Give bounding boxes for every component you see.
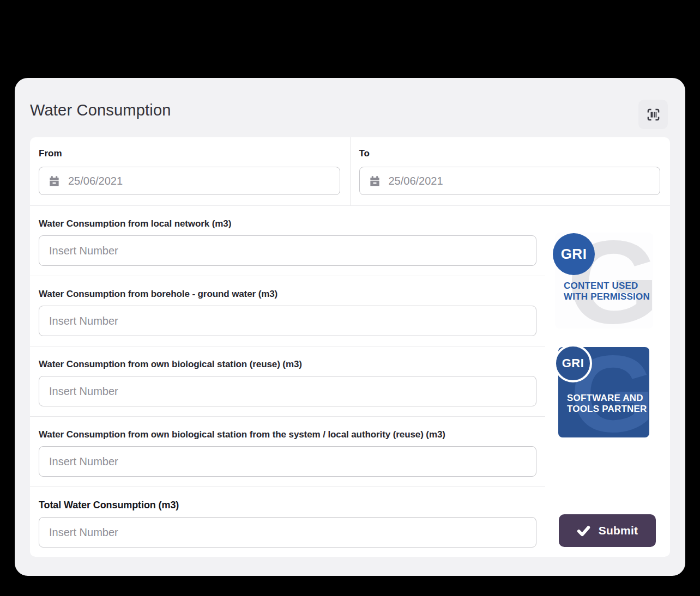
gri-logo: GRI xyxy=(554,344,592,382)
page-title: Water Consumption xyxy=(30,101,171,119)
from-date-section: From xyxy=(30,137,351,205)
scan-button[interactable] xyxy=(638,100,668,129)
to-date-input[interactable] xyxy=(389,175,651,187)
gri-software-partner-badge: G SOFTWARE AND TOOLS PARTNER GRI xyxy=(558,347,649,437)
field-label: Water Consumption from borehole - ground… xyxy=(39,289,536,300)
field-total: Total Water Consumption (m3) xyxy=(30,487,545,557)
submit-label: Submit xyxy=(599,524,638,537)
borehole-input[interactable] xyxy=(39,306,536,336)
date-range-row: From To xyxy=(30,137,670,206)
local-network-input[interactable] xyxy=(39,235,536,266)
calendar-icon xyxy=(369,175,381,187)
field-label: Water Consumption from own biological st… xyxy=(39,429,536,440)
field-label: Water Consumption from local network (m3… xyxy=(39,218,536,229)
total-field-label: Total Water Consumption (m3) xyxy=(39,500,536,511)
check-icon xyxy=(577,524,590,538)
water-consumption-panel: Water Consumption From xyxy=(15,78,685,576)
biological-station-authority-input[interactable] xyxy=(39,446,536,477)
input-fields-column: Water Consumption from local network (m3… xyxy=(30,206,545,556)
field-label: Water Consumption from own biological st… xyxy=(39,359,536,370)
from-date-input[interactable] xyxy=(68,175,331,187)
submit-button[interactable]: Submit xyxy=(559,514,656,547)
field-local-network: Water Consumption from local network (m3… xyxy=(30,206,545,276)
badge-caption-line2: TOOLS PARTNER xyxy=(567,404,647,415)
side-column: G CONTENT USED WITH PERMISSION GRI G SOF… xyxy=(545,206,670,556)
gri-content-permission-badge: G CONTENT USED WITH PERMISSION GRI xyxy=(555,233,653,329)
water-consumption-form: From To xyxy=(30,137,670,557)
badge-caption-line2: WITH PERMISSION xyxy=(564,291,650,302)
from-label: From xyxy=(39,148,340,159)
to-date-field[interactable] xyxy=(359,167,661,195)
gri-logo: GRI xyxy=(553,233,595,275)
badge-caption-line1: CONTENT USED xyxy=(564,281,650,291)
from-date-field[interactable] xyxy=(39,167,340,195)
total-water-input[interactable] xyxy=(39,517,536,548)
field-biological-station-reuse: Water Consumption from own biological st… xyxy=(30,346,545,417)
field-borehole: Water Consumption from borehole - ground… xyxy=(30,276,545,346)
to-label: To xyxy=(359,148,661,159)
field-biological-station-authority: Water Consumption from own biological st… xyxy=(30,417,545,487)
calendar-icon xyxy=(48,175,61,187)
biological-station-input[interactable] xyxy=(39,376,536,406)
badge-caption-line1: SOFTWARE AND xyxy=(567,393,647,404)
to-date-section: To xyxy=(351,137,671,205)
barcode-scan-icon xyxy=(646,107,661,122)
